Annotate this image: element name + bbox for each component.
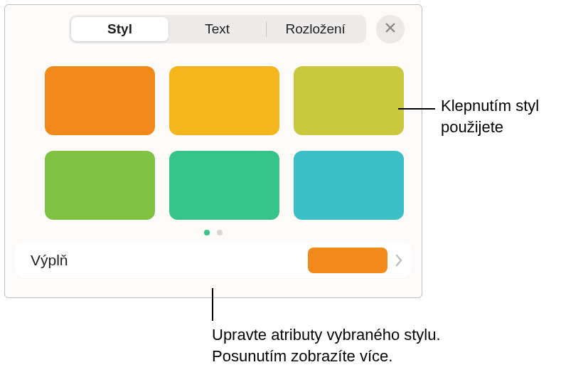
style-swatch-4[interactable]	[45, 151, 155, 220]
pager-dot-active[interactable]	[204, 230, 210, 235]
pager-dot-inactive[interactable]	[217, 230, 223, 235]
fill-color-preview	[308, 248, 387, 273]
callout-edit-attributes: Upravte atributy vybraného stylu. Posunu…	[212, 324, 482, 366]
format-panel: Styl Text Rozložení Výplň	[4, 4, 422, 298]
panel-header: Styl Text Rozložení	[5, 5, 422, 51]
tab-text[interactable]: Text	[169, 17, 266, 41]
tab-segmented-control: Styl Text Rozložení	[69, 15, 366, 43]
callout-apply-style: Klepnutím styl použijete	[441, 95, 587, 137]
callout-line	[212, 288, 213, 321]
style-swatch-3[interactable]	[294, 66, 404, 135]
callout-line	[398, 108, 435, 110]
style-swatch-grid	[5, 51, 422, 220]
fill-label: Výplň	[31, 252, 308, 269]
close-button[interactable]	[376, 15, 405, 43]
fill-row[interactable]: Výplň	[15, 243, 412, 278]
page-indicator	[5, 230, 422, 235]
chevron-right-icon	[395, 254, 403, 267]
style-swatch-6[interactable]	[294, 151, 404, 220]
style-swatch-2[interactable]	[169, 66, 279, 135]
close-icon	[384, 21, 397, 37]
tab-layout[interactable]: Rozložení	[267, 17, 364, 41]
style-swatch-1[interactable]	[45, 66, 155, 135]
tab-style[interactable]: Styl	[71, 17, 169, 41]
style-swatch-5[interactable]	[169, 151, 279, 220]
